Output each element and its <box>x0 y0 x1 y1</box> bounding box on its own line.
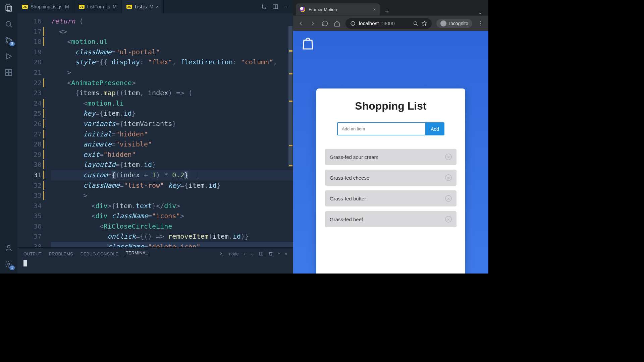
tab-shoppinglist[interactable]: JS ShoppingList.js M <box>17 0 74 13</box>
chrome-window-controls[interactable]: ⌄ <box>475 9 486 15</box>
incognito-label: Incognito <box>449 21 468 26</box>
add-button[interactable]: Add <box>425 122 444 135</box>
editor-area: JS ShoppingList.js M JS ListForm.js M JS… <box>17 0 293 274</box>
tab-label: ShoppingList.js <box>31 4 62 9</box>
split-terminal-icon[interactable] <box>259 251 264 256</box>
panel-tab-problems[interactable]: PROBLEMS <box>49 251 73 256</box>
svg-point-4 <box>6 38 8 39</box>
add-item-input[interactable] <box>337 122 425 135</box>
maximize-panel-icon[interactable]: ^ <box>278 251 280 256</box>
delete-item-icon[interactable] <box>445 195 452 202</box>
terminal-panel: OUTPUT PROBLEMS DEBUG CONSOLE TERMINAL n… <box>17 247 293 274</box>
svg-point-15 <box>265 8 266 9</box>
delete-item-icon[interactable] <box>445 174 452 181</box>
terminal-cursor <box>23 260 27 266</box>
tab-listform[interactable]: JS ListForm.js M <box>74 0 122 13</box>
site-info-icon[interactable] <box>350 21 356 26</box>
js-icon: JS <box>22 5 28 9</box>
address-bar[interactable]: localhost:3000 <box>345 18 432 29</box>
vscode-window: 8 1 JS ShoppingList.js M JS ListForm.js <box>0 0 293 274</box>
svg-line-25 <box>417 24 418 25</box>
modified-indicator: M <box>150 4 154 9</box>
terminal-shell-name: node <box>229 251 239 256</box>
svg-marker-7 <box>7 54 11 59</box>
svg-point-13 <box>8 263 10 265</box>
activity-bar: 8 1 <box>0 0 17 274</box>
svg-point-24 <box>414 21 417 24</box>
code-editor[interactable]: 1617181920212223242526272829303132333435… <box>17 13 293 247</box>
panel-tab-debug-console[interactable]: DEBUG CONSOLE <box>80 251 118 256</box>
close-tab-icon[interactable]: × <box>373 7 376 12</box>
incognito-icon <box>440 20 446 26</box>
new-tab-button[interactable]: + <box>382 8 392 15</box>
list-item[interactable]: Grass-fed cheese <box>325 170 457 186</box>
compare-changes-icon[interactable] <box>261 4 267 10</box>
panel-tab-output[interactable]: OUTPUT <box>23 251 41 256</box>
panel-tab-terminal[interactable]: TERMINAL <box>126 250 148 257</box>
browser-window: Framer Motion × + ⌄ localhost:3000 <box>293 0 488 274</box>
svg-rect-8 <box>6 69 8 72</box>
svg-point-6 <box>10 40 12 41</box>
new-terminal-icon[interactable]: + <box>244 251 246 256</box>
browser-tab-title: Framer Motion <box>309 7 370 12</box>
run-debug-icon[interactable] <box>4 52 13 61</box>
browser-tab[interactable]: Framer Motion × <box>296 3 380 15</box>
shopping-list: Grass-fed sour cream Grass-fed cheese Gr… <box>325 149 457 227</box>
tab-actions: ⋯ <box>261 0 293 13</box>
search-icon[interactable] <box>4 19 13 29</box>
panel-tabs: OUTPUT PROBLEMS DEBUG CONSOLE TERMINAL n… <box>17 248 293 260</box>
forward-icon[interactable] <box>309 20 317 27</box>
settings-gear-icon[interactable]: 1 <box>4 259 13 269</box>
terminal-dropdown-icon[interactable]: ⌄ <box>251 251 254 256</box>
terminal-profile-icon[interactable] <box>220 251 224 256</box>
page-content: Shopping List Add Grass-fed sour cream G… <box>293 31 488 274</box>
svg-point-5 <box>6 42 8 43</box>
settings-badge: 1 <box>9 265 15 270</box>
close-panel-icon[interactable]: × <box>284 251 287 256</box>
home-icon[interactable] <box>333 20 341 27</box>
source-control-icon[interactable]: 8 <box>4 36 13 45</box>
list-item[interactable]: Grass-fed beef <box>325 211 457 227</box>
svg-rect-9 <box>9 69 12 72</box>
browser-tabstrip: Framer Motion × + ⌄ <box>293 0 488 15</box>
more-actions-icon[interactable]: ⋯ <box>284 4 289 10</box>
card-title: Shopping List <box>325 100 457 112</box>
line-gutter: 1617181920212223242526272829303132333435… <box>17 13 48 247</box>
list-item-text: Grass-fed beef <box>330 217 363 222</box>
tab-label: ListForm.js <box>87 4 110 9</box>
code-content[interactable]: return ( <> <motion.ul className="ul-por… <box>48 13 293 247</box>
shopping-bag-icon[interactable] <box>300 36 316 52</box>
list-item-text: Grass-fed cheese <box>330 175 369 181</box>
list-item[interactable]: Grass-fed sour cream <box>325 149 457 165</box>
url-port: :3000 <box>382 20 395 26</box>
url-host: localhost <box>359 20 379 26</box>
back-icon[interactable] <box>297 20 305 27</box>
js-icon: JS <box>126 5 132 9</box>
svg-line-3 <box>10 25 12 27</box>
list-item[interactable]: Grass-fed butter <box>325 190 457 206</box>
split-editor-icon[interactable] <box>272 4 278 10</box>
delete-item-icon[interactable] <box>445 216 452 223</box>
terminal-body[interactable] <box>17 260 293 274</box>
account-icon[interactable] <box>4 243 13 253</box>
list-item-text: Grass-fed butter <box>330 196 366 201</box>
close-tab-icon[interactable]: × <box>156 4 159 9</box>
svg-rect-10 <box>6 73 8 75</box>
editor-tabs: JS ShoppingList.js M JS ListForm.js M JS… <box>17 0 293 13</box>
kill-terminal-icon[interactable] <box>268 251 273 256</box>
delete-item-icon[interactable] <box>445 154 452 160</box>
extensions-icon[interactable] <box>4 68 13 77</box>
reload-icon[interactable] <box>321 20 329 27</box>
chrome-menu-icon[interactable]: ⋮ <box>477 20 484 26</box>
favicon-icon <box>300 7 305 12</box>
incognito-badge[interactable]: Incognito <box>436 19 472 28</box>
svg-point-14 <box>262 5 263 6</box>
explorer-icon[interactable] <box>4 3 13 13</box>
svg-point-2 <box>6 21 11 26</box>
tab-list[interactable]: JS List.js M × <box>122 0 164 13</box>
search-in-page-icon[interactable] <box>413 21 418 26</box>
js-icon: JS <box>79 5 85 9</box>
bookmark-star-icon[interactable] <box>422 21 427 26</box>
svg-marker-26 <box>422 21 427 25</box>
svg-point-12 <box>7 245 10 248</box>
